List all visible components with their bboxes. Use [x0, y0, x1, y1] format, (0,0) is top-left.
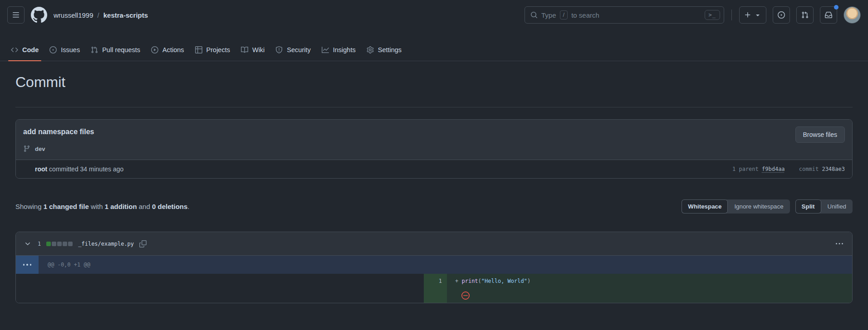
expander-dot — [23, 264, 25, 266]
commit-author: root — [35, 165, 47, 173]
commit-summary-section: add namespace files dev Browse files — [16, 120, 852, 160]
inbox-icon — [825, 11, 832, 19]
play-icon — [151, 46, 158, 53]
code-paren: ( — [478, 278, 481, 284]
page-title: Commit — [15, 74, 853, 91]
main-content: Commit add namespace files dev Browse fi… — [0, 74, 868, 303]
tab-label: Code — [22, 46, 39, 53]
changed-files-count: 1 changed file — [44, 203, 89, 210]
expand-hunk-button[interactable] — [16, 256, 39, 274]
issue-opened-icon — [49, 46, 57, 53]
diffstat-blocks — [46, 242, 73, 246]
no-newline-icon — [461, 291, 470, 300]
hunk-header: @@ -0,0 +1 @@ — [39, 256, 852, 274]
github-mark-icon — [31, 7, 47, 23]
gear-icon — [367, 46, 374, 53]
unified-view-button[interactable]: Unified — [821, 199, 853, 214]
tab-label: Actions — [162, 46, 184, 53]
diffstat-added-block — [46, 242, 51, 246]
tab-settings[interactable]: Settings — [361, 40, 407, 61]
whitespace-toggle-group: Whitespace Ignore whitespace — [682, 199, 790, 214]
added-code-line: + print("Hello, World") — [447, 274, 852, 288]
breadcrumb-repo-link[interactable]: kestra-scripts — [103, 11, 148, 19]
header-divider — [731, 10, 732, 20]
diff-left-pane-empty — [16, 288, 424, 303]
summary-text-part: Showing — [15, 203, 44, 210]
diffstat-empty-block — [57, 242, 62, 246]
line-number-cell-empty — [424, 288, 447, 303]
pull-requests-dashboard-button[interactable] — [796, 6, 814, 24]
issue-opened-icon — [778, 11, 785, 19]
commit-sha: 2348ae3 — [822, 166, 845, 172]
issues-dashboard-button[interactable] — [773, 6, 790, 24]
commit-message: add namespace files — [23, 128, 845, 136]
commit-label: commit — [799, 166, 819, 172]
commit-box: add namespace files dev Browse files roo… — [15, 119, 853, 179]
tab-insights[interactable]: Insights — [316, 40, 361, 61]
github-logo[interactable] — [31, 7, 47, 23]
parent-sha-link[interactable]: f9bd4aa — [762, 166, 785, 172]
diff-plus-sign: + — [455, 278, 461, 284]
search-input[interactable]: Type / to search >_ — [525, 6, 724, 24]
breadcrumb: wrussell1999 / kestra-scripts — [54, 11, 148, 19]
changed-lines-count: 1 — [38, 241, 41, 247]
breadcrumb-owner-link[interactable]: wrussell1999 — [54, 11, 93, 19]
github-commit-page: wrussell1999 / kestra-scripts Type / to … — [0, 0, 868, 303]
collapse-file-button[interactable] — [22, 238, 33, 249]
branch-row: dev — [23, 145, 845, 152]
search-placeholder-suffix: to search — [571, 11, 599, 19]
code-string-token: "Hello, World" — [481, 278, 527, 284]
tab-projects[interactable]: Projects — [190, 40, 235, 61]
kebab-icon — [836, 240, 843, 248]
line-number-cell[interactable]: 1 — [424, 274, 447, 288]
commit-meta-row: root committed 34 minutes ago 1 parent f… — [16, 160, 852, 178]
expander-dot — [26, 264, 28, 266]
ignore-whitespace-button[interactable]: Ignore whitespace — [728, 199, 790, 214]
tab-pull-requests[interactable]: Pull requests — [85, 40, 146, 61]
notification-dot — [834, 5, 839, 10]
code-paren: ) — [527, 278, 530, 284]
three-bars-icon — [12, 11, 20, 19]
caret-down-icon — [754, 11, 761, 19]
summary-text-part: . — [187, 203, 189, 210]
copy-path-button[interactable] — [138, 239, 147, 248]
split-view-button[interactable]: Split — [795, 199, 821, 214]
branch-link[interactable]: dev — [35, 146, 45, 152]
whitespace-button[interactable]: Whitespace — [682, 199, 728, 214]
create-new-button[interactable] — [739, 6, 766, 24]
tab-actions[interactable]: Actions — [146, 40, 190, 61]
user-avatar[interactable] — [843, 6, 861, 24]
tab-label: Projects — [206, 46, 230, 53]
tab-label: Insights — [333, 46, 356, 53]
project-icon — [195, 46, 202, 53]
tab-issues[interactable]: Issues — [44, 40, 85, 61]
chevron-down-icon — [24, 240, 31, 248]
commit-action-text: committed 34 minutes ago — [49, 165, 123, 173]
code-icon — [11, 46, 18, 53]
copy-icon — [139, 240, 147, 248]
expander-dot — [30, 264, 32, 266]
diff-summary: Showing 1 changed file with 1 addition a… — [15, 203, 190, 210]
plus-icon — [744, 11, 751, 19]
command-palette-icon[interactable]: >_ — [705, 10, 720, 20]
git-pull-request-icon — [91, 46, 98, 53]
git-pull-request-icon — [801, 11, 809, 19]
global-header: wrussell1999 / kestra-scripts Type / to … — [0, 0, 868, 30]
search-icon — [530, 11, 538, 19]
diff-controls: Whitespace Ignore whitespace Split Unifi… — [682, 199, 853, 214]
diffstat-empty-block — [52, 242, 56, 246]
file-name-link[interactable]: _files/example.py — [78, 241, 134, 247]
hamburger-menu-button[interactable] — [7, 6, 25, 24]
diff-left-pane-empty — [16, 274, 424, 288]
code-function-token: print — [461, 278, 478, 284]
search-placeholder-prefix: Type — [541, 11, 556, 19]
tab-security[interactable]: Security — [270, 40, 316, 61]
tab-wiki[interactable]: Wiki — [235, 40, 270, 61]
hunk-row: @@ -0,0 +1 @@ — [16, 256, 852, 274]
tab-code[interactable]: Code — [5, 40, 44, 61]
tab-label: Issues — [61, 46, 80, 53]
notifications-button[interactable] — [820, 6, 837, 24]
file-options-button[interactable] — [833, 238, 846, 250]
browse-files-button[interactable]: Browse files — [795, 126, 845, 143]
diffstat-empty-block — [68, 242, 73, 246]
